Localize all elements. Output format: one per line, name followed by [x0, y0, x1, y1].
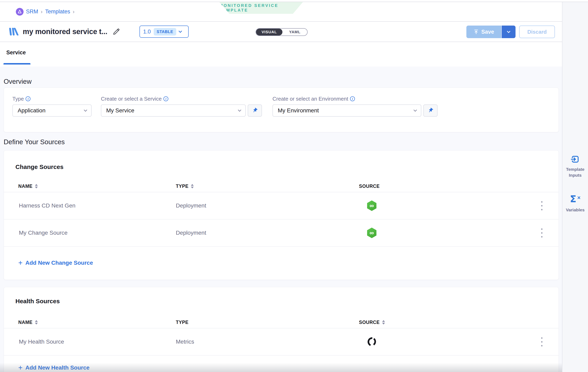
info-icon[interactable] [26, 96, 31, 101]
sort-icon [35, 320, 38, 324]
badge-label: MONITORED SERVICE TEMPLATE [219, 3, 303, 13]
change-source-row[interactable]: Harness CD Next Gen Deployment ∞ [4, 192, 558, 220]
environment-select[interactable]: My Environment [273, 104, 421, 117]
toggle-yaml[interactable]: YAML [283, 29, 307, 36]
chevron-down-icon [414, 108, 417, 112]
variables-button[interactable]: Σ × Variables [562, 194, 588, 213]
service-label: Create or select a Service [101, 96, 162, 102]
environment-label-row: Create or select an Environment [273, 96, 438, 102]
template-inputs-icon [570, 155, 580, 164]
monitored-service-template-badge: MONITORED SERVICE TEMPLATE [219, 2, 303, 14]
save-button[interactable]: Save [466, 26, 501, 38]
upload-icon [473, 29, 479, 34]
info-icon[interactable] [163, 96, 168, 101]
add-change-source-button[interactable]: + Add New Change Source [4, 247, 558, 279]
variables-label: Variables [564, 207, 586, 213]
main-column: SRM › Templates › MONITORED SERVICE TEMP… [0, 2, 562, 372]
right-utility-sidebar: Template Inputs Σ × Variables [562, 2, 588, 372]
health-source-row[interactable]: My Health Source Metrics [4, 328, 558, 356]
harness-cd-icon: ∞ [367, 228, 377, 238]
change-source-name: Harness CD Next Gen [18, 202, 176, 209]
health-source-name: My Health Source [18, 339, 176, 345]
tab-bar: Service [0, 42, 562, 64]
change-source-row[interactable]: My Change Source Deployment ∞ [4, 220, 558, 247]
overview-heading: Overview [4, 77, 562, 86]
column-header-source: SOURCE [359, 184, 533, 189]
breadcrumb-templates-link[interactable]: Templates [45, 9, 70, 15]
version-selector[interactable]: 1.0 STABLE [139, 26, 189, 38]
service-field: Create or select a Service My Service [101, 88, 262, 117]
srm-module-icon[interactable] [16, 8, 23, 16]
active-tab-indicator [3, 63, 31, 64]
overview-card: Type Application Create or select a Serv… [4, 88, 559, 132]
template-inputs-button[interactable]: Template Inputs [562, 155, 588, 178]
save-split-button: Save [466, 26, 515, 38]
chevron-down-icon [507, 30, 510, 33]
health-sources-heading: Health Sources [15, 298, 558, 305]
health-source-type: Metrics [176, 339, 359, 345]
health-source-source [359, 337, 533, 347]
add-health-source-button[interactable]: + Add New Health Source [4, 356, 558, 372]
template-inputs-label: Template Inputs [564, 166, 586, 178]
save-options-button[interactable] [501, 26, 515, 38]
pin-service-button[interactable] [248, 104, 262, 117]
service-select[interactable]: My Service [101, 104, 246, 117]
discard-button[interactable]: Discard [519, 26, 555, 38]
pencil-icon [113, 28, 120, 36]
tab-service[interactable]: Service [6, 50, 26, 56]
save-label: Save [481, 29, 494, 35]
sort-icon [382, 320, 385, 324]
pin-icon [426, 106, 435, 115]
change-source-source: ∞ [359, 201, 533, 211]
change-source-type: Deployment [176, 202, 359, 209]
environment-label: Create or select an Environment [273, 96, 348, 102]
column-header-name[interactable]: NAME [18, 184, 176, 189]
row-menu-button[interactable] [538, 200, 546, 212]
breadcrumb-srm-link[interactable]: SRM [26, 9, 38, 15]
column-header-type[interactable]: TYPE [176, 184, 359, 189]
toggle-visual[interactable]: VISUAL [256, 29, 283, 36]
template-icon [9, 28, 19, 36]
service-value: My Service [106, 107, 134, 114]
type-label: Type [12, 96, 24, 102]
environment-field: Create or select an Environment My Envir… [273, 88, 438, 117]
health-sources-card: Health Sources NAME TYPE SOURCE [4, 287, 559, 372]
sort-icon [35, 184, 38, 188]
pin-icon [251, 106, 259, 115]
type-field: Type Application [12, 88, 92, 117]
change-sources-card: Change Sources NAME TYPE SOURCE [4, 150, 559, 280]
type-select[interactable]: Application [12, 104, 92, 117]
service-tab-content: Overview Type Application [0, 67, 562, 372]
define-sources-heading: Define Your Sources [4, 138, 562, 146]
info-icon[interactable] [350, 96, 355, 101]
title-bar: my monitored service t... 1.0 STABLE VIS… [0, 22, 562, 42]
variables-icon: Σ × [569, 194, 581, 204]
srm-logo-glyph [17, 9, 22, 14]
chevron-right-icon: › [41, 9, 43, 15]
column-header-type: TYPE [176, 320, 359, 325]
pin-environment-button[interactable] [423, 104, 438, 117]
change-source-type: Deployment [176, 230, 359, 236]
environment-value: My Environment [278, 107, 319, 114]
version-status-badge: STABLE [154, 28, 177, 36]
type-label-row: Type [12, 96, 92, 102]
harness-cd-icon: ∞ [367, 201, 377, 211]
health-sources-table-header: NAME TYPE SOURCE [4, 317, 558, 328]
service-label-row: Create or select a Service [101, 96, 262, 102]
visual-yaml-toggle: VISUAL YAML [256, 28, 308, 36]
appdynamics-icon [366, 336, 378, 348]
edit-title-button[interactable] [112, 28, 120, 36]
change-source-source: ∞ [359, 228, 533, 238]
page-title: my monitored service t... [23, 27, 107, 36]
template-editor-page: SRM › Templates › MONITORED SERVICE TEMP… [0, 0, 588, 372]
column-header-name[interactable]: NAME [18, 320, 176, 325]
plus-icon: + [18, 259, 22, 267]
header-actions: Save Discard [466, 26, 555, 38]
row-menu-button[interactable] [538, 227, 546, 239]
column-header-source[interactable]: SOURCE [359, 320, 533, 325]
plus-icon: + [18, 364, 22, 372]
change-source-name: My Change Source [18, 230, 176, 236]
change-sources-table-header: NAME TYPE SOURCE [4, 181, 558, 192]
chevron-down-icon [84, 108, 87, 112]
row-menu-button[interactable] [538, 336, 546, 348]
